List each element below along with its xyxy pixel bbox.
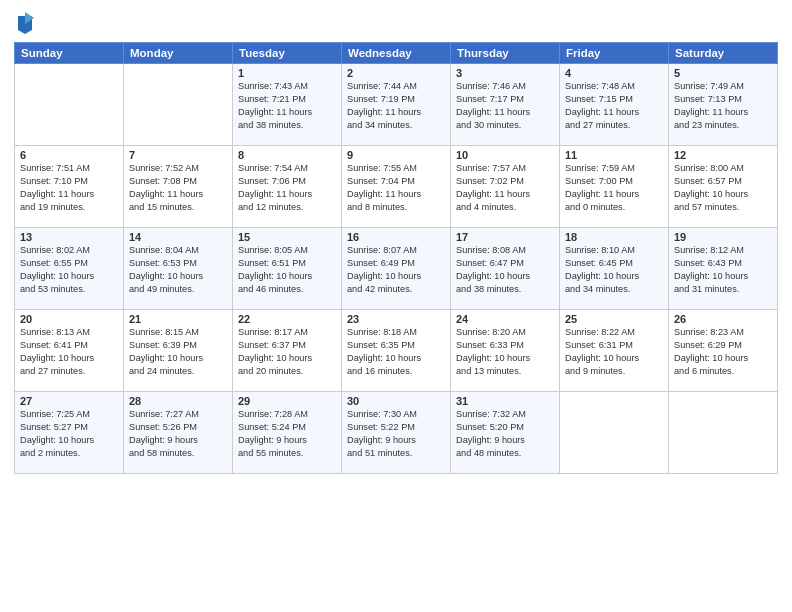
day-number: 15 [238, 231, 336, 243]
day-number: 29 [238, 395, 336, 407]
calendar-day-cell: 9Sunrise: 7:55 AM Sunset: 7:04 PM Daylig… [342, 146, 451, 228]
calendar-day-cell [669, 392, 778, 474]
calendar-day-cell: 20Sunrise: 8:13 AM Sunset: 6:41 PM Dayli… [15, 310, 124, 392]
calendar-week-row: 6Sunrise: 7:51 AM Sunset: 7:10 PM Daylig… [15, 146, 778, 228]
calendar-day-cell: 18Sunrise: 8:10 AM Sunset: 6:45 PM Dayli… [560, 228, 669, 310]
day-info: Sunrise: 8:05 AM Sunset: 6:51 PM Dayligh… [238, 244, 336, 296]
calendar-day-cell: 31Sunrise: 7:32 AM Sunset: 5:20 PM Dayli… [451, 392, 560, 474]
calendar-day-cell: 21Sunrise: 8:15 AM Sunset: 6:39 PM Dayli… [124, 310, 233, 392]
day-number: 14 [129, 231, 227, 243]
calendar-day-cell: 4Sunrise: 7:48 AM Sunset: 7:15 PM Daylig… [560, 64, 669, 146]
day-number: 11 [565, 149, 663, 161]
day-info: Sunrise: 7:51 AM Sunset: 7:10 PM Dayligh… [20, 162, 118, 214]
day-info: Sunrise: 7:54 AM Sunset: 7:06 PM Dayligh… [238, 162, 336, 214]
day-number: 2 [347, 67, 445, 79]
logo-icon [16, 12, 34, 34]
day-info: Sunrise: 8:17 AM Sunset: 6:37 PM Dayligh… [238, 326, 336, 378]
day-number: 5 [674, 67, 772, 79]
day-number: 1 [238, 67, 336, 79]
day-number: 3 [456, 67, 554, 79]
day-of-week-header: Saturday [669, 43, 778, 64]
calendar-day-cell: 14Sunrise: 8:04 AM Sunset: 6:53 PM Dayli… [124, 228, 233, 310]
calendar-day-cell: 17Sunrise: 8:08 AM Sunset: 6:47 PM Dayli… [451, 228, 560, 310]
day-number: 9 [347, 149, 445, 161]
calendar-day-cell: 13Sunrise: 8:02 AM Sunset: 6:55 PM Dayli… [15, 228, 124, 310]
day-number: 23 [347, 313, 445, 325]
calendar-header-row: SundayMondayTuesdayWednesdayThursdayFrid… [15, 43, 778, 64]
calendar-day-cell: 30Sunrise: 7:30 AM Sunset: 5:22 PM Dayli… [342, 392, 451, 474]
day-info: Sunrise: 7:49 AM Sunset: 7:13 PM Dayligh… [674, 80, 772, 132]
day-of-week-header: Thursday [451, 43, 560, 64]
calendar: SundayMondayTuesdayWednesdayThursdayFrid… [14, 42, 778, 474]
calendar-day-cell: 6Sunrise: 7:51 AM Sunset: 7:10 PM Daylig… [15, 146, 124, 228]
day-info: Sunrise: 8:13 AM Sunset: 6:41 PM Dayligh… [20, 326, 118, 378]
day-info: Sunrise: 8:07 AM Sunset: 6:49 PM Dayligh… [347, 244, 445, 296]
day-number: 31 [456, 395, 554, 407]
day-info: Sunrise: 7:44 AM Sunset: 7:19 PM Dayligh… [347, 80, 445, 132]
calendar-day-cell [124, 64, 233, 146]
day-number: 4 [565, 67, 663, 79]
day-info: Sunrise: 8:20 AM Sunset: 6:33 PM Dayligh… [456, 326, 554, 378]
day-number: 17 [456, 231, 554, 243]
day-info: Sunrise: 8:18 AM Sunset: 6:35 PM Dayligh… [347, 326, 445, 378]
calendar-day-cell [15, 64, 124, 146]
day-info: Sunrise: 7:27 AM Sunset: 5:26 PM Dayligh… [129, 408, 227, 460]
calendar-day-cell: 16Sunrise: 8:07 AM Sunset: 6:49 PM Dayli… [342, 228, 451, 310]
calendar-day-cell: 23Sunrise: 8:18 AM Sunset: 6:35 PM Dayli… [342, 310, 451, 392]
day-info: Sunrise: 7:43 AM Sunset: 7:21 PM Dayligh… [238, 80, 336, 132]
day-number: 19 [674, 231, 772, 243]
calendar-week-row: 20Sunrise: 8:13 AM Sunset: 6:41 PM Dayli… [15, 310, 778, 392]
day-of-week-header: Tuesday [233, 43, 342, 64]
day-number: 21 [129, 313, 227, 325]
day-of-week-header: Sunday [15, 43, 124, 64]
day-info: Sunrise: 7:28 AM Sunset: 5:24 PM Dayligh… [238, 408, 336, 460]
day-number: 28 [129, 395, 227, 407]
day-info: Sunrise: 7:25 AM Sunset: 5:27 PM Dayligh… [20, 408, 118, 460]
day-number: 20 [20, 313, 118, 325]
day-number: 18 [565, 231, 663, 243]
calendar-day-cell: 5Sunrise: 7:49 AM Sunset: 7:13 PM Daylig… [669, 64, 778, 146]
calendar-day-cell: 22Sunrise: 8:17 AM Sunset: 6:37 PM Dayli… [233, 310, 342, 392]
day-of-week-header: Monday [124, 43, 233, 64]
day-info: Sunrise: 8:10 AM Sunset: 6:45 PM Dayligh… [565, 244, 663, 296]
calendar-day-cell: 12Sunrise: 8:00 AM Sunset: 6:57 PM Dayli… [669, 146, 778, 228]
calendar-week-row: 27Sunrise: 7:25 AM Sunset: 5:27 PM Dayli… [15, 392, 778, 474]
day-info: Sunrise: 8:22 AM Sunset: 6:31 PM Dayligh… [565, 326, 663, 378]
calendar-day-cell: 11Sunrise: 7:59 AM Sunset: 7:00 PM Dayli… [560, 146, 669, 228]
day-info: Sunrise: 8:23 AM Sunset: 6:29 PM Dayligh… [674, 326, 772, 378]
day-number: 12 [674, 149, 772, 161]
calendar-day-cell: 7Sunrise: 7:52 AM Sunset: 7:08 PM Daylig… [124, 146, 233, 228]
calendar-day-cell: 8Sunrise: 7:54 AM Sunset: 7:06 PM Daylig… [233, 146, 342, 228]
calendar-week-row: 1Sunrise: 7:43 AM Sunset: 7:21 PM Daylig… [15, 64, 778, 146]
day-number: 30 [347, 395, 445, 407]
day-info: Sunrise: 7:48 AM Sunset: 7:15 PM Dayligh… [565, 80, 663, 132]
day-info: Sunrise: 8:04 AM Sunset: 6:53 PM Dayligh… [129, 244, 227, 296]
day-info: Sunrise: 8:02 AM Sunset: 6:55 PM Dayligh… [20, 244, 118, 296]
calendar-day-cell: 28Sunrise: 7:27 AM Sunset: 5:26 PM Dayli… [124, 392, 233, 474]
calendar-day-cell: 1Sunrise: 7:43 AM Sunset: 7:21 PM Daylig… [233, 64, 342, 146]
calendar-day-cell [560, 392, 669, 474]
calendar-day-cell: 27Sunrise: 7:25 AM Sunset: 5:27 PM Dayli… [15, 392, 124, 474]
day-info: Sunrise: 7:59 AM Sunset: 7:00 PM Dayligh… [565, 162, 663, 214]
day-number: 22 [238, 313, 336, 325]
day-number: 27 [20, 395, 118, 407]
day-info: Sunrise: 7:46 AM Sunset: 7:17 PM Dayligh… [456, 80, 554, 132]
header [14, 10, 778, 34]
day-number: 16 [347, 231, 445, 243]
day-info: Sunrise: 8:15 AM Sunset: 6:39 PM Dayligh… [129, 326, 227, 378]
calendar-day-cell: 26Sunrise: 8:23 AM Sunset: 6:29 PM Dayli… [669, 310, 778, 392]
day-info: Sunrise: 8:00 AM Sunset: 6:57 PM Dayligh… [674, 162, 772, 214]
calendar-day-cell: 2Sunrise: 7:44 AM Sunset: 7:19 PM Daylig… [342, 64, 451, 146]
calendar-day-cell: 24Sunrise: 8:20 AM Sunset: 6:33 PM Dayli… [451, 310, 560, 392]
day-number: 10 [456, 149, 554, 161]
day-of-week-header: Wednesday [342, 43, 451, 64]
day-number: 26 [674, 313, 772, 325]
day-number: 13 [20, 231, 118, 243]
logo [14, 14, 34, 34]
page: SundayMondayTuesdayWednesdayThursdayFrid… [0, 0, 792, 612]
day-of-week-header: Friday [560, 43, 669, 64]
calendar-day-cell: 25Sunrise: 8:22 AM Sunset: 6:31 PM Dayli… [560, 310, 669, 392]
day-number: 8 [238, 149, 336, 161]
day-info: Sunrise: 8:12 AM Sunset: 6:43 PM Dayligh… [674, 244, 772, 296]
day-number: 24 [456, 313, 554, 325]
